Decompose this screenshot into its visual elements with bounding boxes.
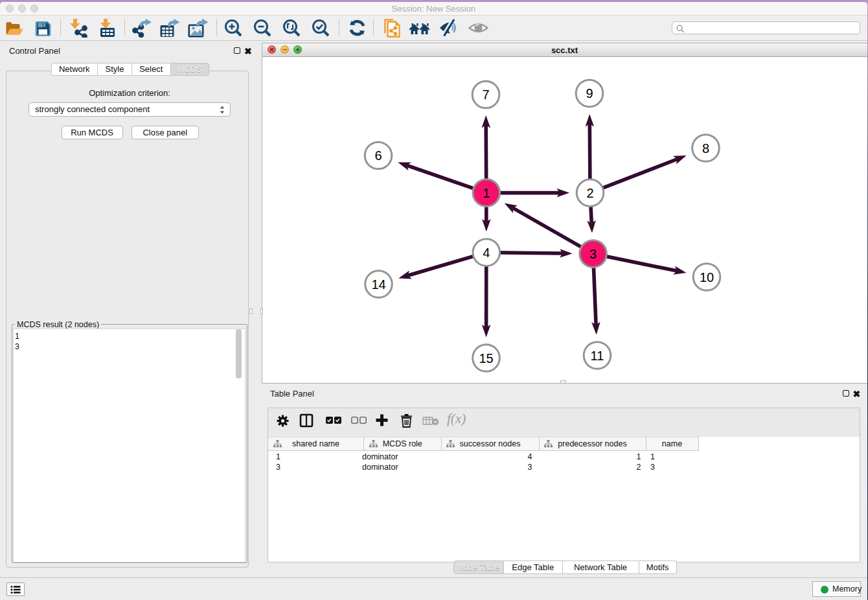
svg-text:10: 10 — [700, 270, 714, 284]
svg-text:14: 14 — [371, 277, 385, 292]
svg-text:9: 9 — [586, 86, 593, 100]
svg-text:11: 11 — [591, 349, 604, 363]
svg-text:3: 3 — [589, 247, 597, 261]
svg-text:7: 7 — [482, 87, 489, 102]
svg-text:2: 2 — [586, 186, 593, 200]
svg-text:8: 8 — [702, 141, 709, 156]
svg-text:15: 15 — [479, 351, 493, 365]
svg-text:1: 1 — [483, 186, 490, 200]
svg-text:6: 6 — [374, 148, 382, 163]
svg-text:4: 4 — [483, 246, 490, 260]
